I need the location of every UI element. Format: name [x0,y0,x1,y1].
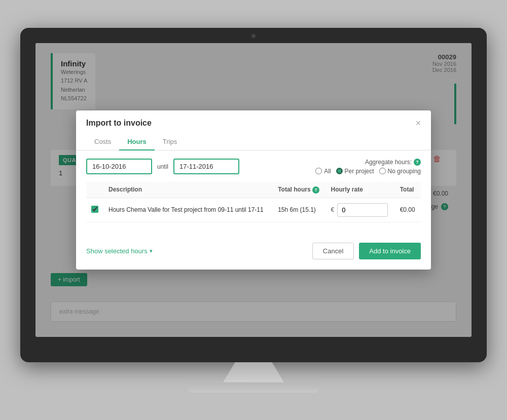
monitor-stand [20,362,487,393]
footer-button-group: Cancel Add to invoice [312,243,421,259]
col-checkbox [86,182,103,198]
show-selected-hours-link[interactable]: Show selected hours ▾ [86,247,153,255]
modal-title: Import to invoice [86,119,152,128]
aggregate-per-project-radio[interactable] [336,168,343,174]
row-total: €0.00 [395,198,421,222]
chevron-down-icon: ▾ [150,248,153,254]
date-filter-row: until Aggregate hours: ? Al [86,159,421,175]
modal-overlay: Import to invoice × Costs Hours Trips [35,43,472,337]
cancel-button[interactable]: Cancel [312,243,354,259]
modal-close-button[interactable]: × [415,119,421,128]
table-row: Hours Chema Valle for Test project from … [86,198,421,222]
modal-footer: Show selected hours ▾ Cancel Add to invo… [76,239,431,270]
aggregate-per-project-option[interactable]: Per project [336,168,374,175]
total-hours-info-icon[interactable]: ? [312,186,319,194]
modal-header: Import to invoice × [76,110,431,128]
monitor-bezel: Infinity Weterings 1712 RV A Netherlan N… [20,28,487,362]
tab-trips[interactable]: Trips [155,134,185,150]
col-total-hours: Total hours ? [273,182,325,198]
hours-table: Description Total hours ? Hourly rate To… [86,182,421,222]
camera-dot [251,34,256,38]
aggregate-options: All Per project No grouping [315,168,421,175]
show-selected-hours-label: Show selected hours [86,247,148,255]
col-hourly-rate: Hourly rate [326,182,395,198]
table-header-row: Description Total hours ? Hourly rate To… [86,182,421,198]
row-description: Hours Chema Valle for Test project from … [103,198,273,222]
aggregate-no-grouping-radio[interactable] [379,168,386,174]
modal: Import to invoice × Costs Hours Trips [76,110,431,270]
monitor-screen: Infinity Weterings 1712 RV A Netherlan N… [35,43,472,337]
aggregate-no-grouping-option[interactable]: No grouping [379,168,421,175]
row-total-hours: 15h 6m (15.1) [273,198,325,222]
aggregate-all-option[interactable]: All [315,168,331,175]
currency-symbol: € [331,206,335,213]
modal-tabs: Costs Hours Trips [76,134,431,150]
tab-costs[interactable]: Costs [86,134,119,150]
modal-body: until Aggregate hours: ? Al [76,150,431,239]
date-to-input[interactable] [173,159,239,174]
tab-hours[interactable]: Hours [119,134,155,150]
row-checkbox-cell[interactable] [86,198,103,222]
until-label: until [157,163,168,170]
row-checkbox[interactable] [91,206,98,213]
add-to-invoice-button[interactable]: Add to invoice [359,243,421,259]
monitor-neck [223,362,284,383]
aggregate-section: Aggregate hours: ? All Per project [315,159,421,175]
hourly-rate-wrapper: € [331,203,390,217]
aggregate-label-text: Aggregate hours: [365,159,412,166]
aggregate-all-radio[interactable] [315,168,322,174]
row-hourly-rate-cell: € [326,198,395,222]
hourly-rate-input[interactable] [337,203,388,217]
col-total: Total [395,182,421,198]
aggregate-info-icon[interactable]: ? [414,159,421,166]
monitor-base [188,383,319,393]
monitor: Infinity Weterings 1712 RV A Netherlan N… [20,28,487,393]
col-description: Description [103,182,273,198]
date-from-input[interactable] [86,159,152,174]
aggregate-label-row: Aggregate hours: ? [365,159,421,166]
